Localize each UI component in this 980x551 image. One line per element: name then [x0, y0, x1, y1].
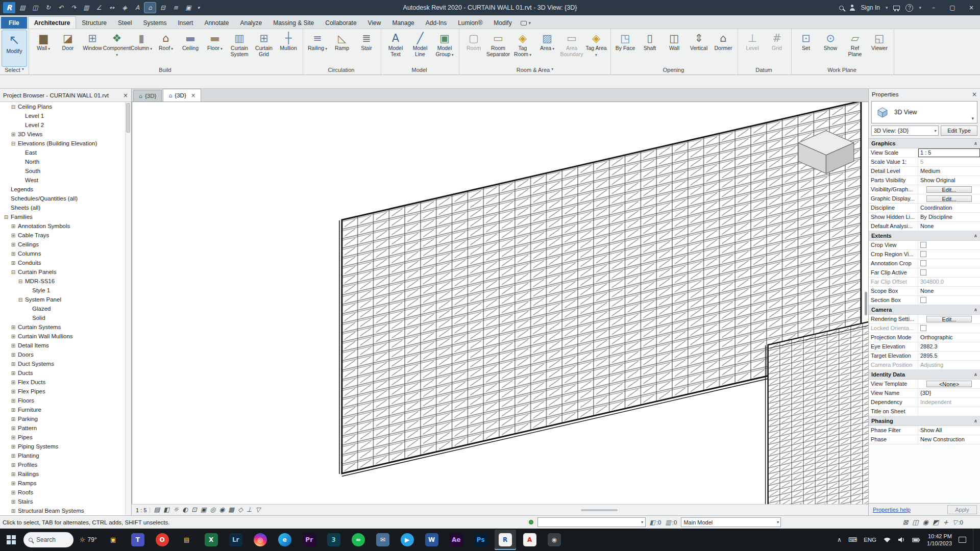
tree-expander-icon[interactable]: ⊟: [17, 297, 23, 303]
property-value[interactable]: 2882.3: [918, 342, 980, 351]
show-work-plane-tool[interactable]: ⊙ Show: [818, 30, 843, 66]
measure-icon[interactable]: ∠: [93, 3, 105, 13]
tree-item[interactable]: ⊟ MDR-SS16: [0, 277, 125, 286]
drag-elements-on-selection-icon[interactable]: +: [943, 518, 948, 526]
wall-tool[interactable]: ▆ Wall: [31, 30, 56, 66]
spotify-icon[interactable]: ≈: [348, 530, 369, 550]
tab-analyze[interactable]: Analyze: [234, 17, 267, 29]
word-icon[interactable]: W: [421, 530, 443, 550]
tab-systems[interactable]: Systems: [137, 17, 172, 29]
property-value[interactable]: 2895.5: [918, 352, 980, 360]
tab-addins[interactable]: Add-Ins: [420, 17, 452, 29]
tag-room-tool[interactable]: ◈ Tag Room: [510, 30, 535, 66]
tree-item[interactable]: ⊞ Parking: [0, 414, 125, 423]
tree-item[interactable]: ⊟ Families: [0, 212, 125, 221]
property-value[interactable]: Edit...: [926, 195, 972, 202]
tree-item[interactable]: ⊟ System Panel: [0, 295, 125, 304]
tab-lumion[interactable]: Lumion®: [452, 17, 488, 29]
tree-expander-icon[interactable]: ⊞: [10, 242, 16, 247]
selection-visibility-icon[interactable]: ▽: [256, 507, 261, 513]
tab-modify[interactable]: Modify: [488, 17, 517, 29]
select-pinned-elements-icon[interactable]: ◉: [923, 518, 928, 526]
property-value[interactable]: [918, 268, 980, 277]
property-value[interactable]: 304800.0: [918, 278, 980, 286]
weather-widget[interactable]: ☼ 79°: [77, 536, 100, 544]
tree-item[interactable]: ⊟ Ceiling Plans: [0, 102, 125, 111]
tree-expander-icon[interactable]: ⊟: [17, 279, 23, 284]
tree-expander-icon[interactable]: ⊟: [10, 141, 16, 146]
property-value[interactable]: By Discipline: [918, 213, 980, 221]
reveal-constraints-icon[interactable]: ⊥: [247, 507, 252, 513]
detail-level-icon[interactable]: ▤: [154, 507, 160, 513]
clock[interactable]: 10:42 PM 1/10/2023: [927, 533, 952, 547]
teams-icon[interactable]: T: [127, 530, 149, 550]
tree-item[interactable]: ⊞ Annotation Symbols: [0, 221, 125, 231]
tree-item[interactable]: ⊞ Curtain Wall Mullions: [0, 332, 125, 341]
drawing-area[interactable]: [132, 102, 868, 504]
door-tool[interactable]: ◪ Door: [56, 30, 80, 66]
design-options-select[interactable]: Main Model ▾: [681, 517, 781, 527]
curtain-grid-tool[interactable]: ⊞ Curtain Grid: [252, 30, 276, 66]
railing-tool[interactable]: ≡ Railing: [305, 30, 330, 66]
tree-item[interactable]: ⊞ Roofs: [0, 488, 125, 497]
tree-expander-icon[interactable]: ⊞: [10, 343, 16, 348]
section-icon[interactable]: ⊟: [157, 3, 168, 13]
view-scale-control[interactable]: 1 : 5: [136, 507, 150, 513]
view-tab-close-icon[interactable]: ×: [191, 92, 196, 99]
mullion-tool[interactable]: ┼ Mullion: [276, 30, 301, 66]
opera-icon[interactable]: O: [152, 530, 173, 550]
opening-by-face-tool[interactable]: ◳ By Face: [613, 30, 638, 66]
collapse-group-icon[interactable]: ∧: [974, 418, 977, 423]
property-value[interactable]: [918, 324, 980, 333]
floor-tool[interactable]: ▬ Floor: [203, 30, 227, 66]
sun-path-icon[interactable]: ☼: [173, 507, 179, 513]
canvas-vertical-scrollbar[interactable]: [864, 102, 868, 504]
project-browser-scrollbar[interactable]: [125, 102, 131, 515]
properties-header[interactable]: Properties ×: [869, 89, 980, 100]
edge-icon[interactable]: e: [274, 530, 296, 550]
lightroom-icon[interactable]: Lr: [225, 530, 247, 550]
tab-manage[interactable]: Manage: [386, 17, 420, 29]
tree-item[interactable]: South: [0, 166, 125, 176]
tree-expander-icon[interactable]: ⊞: [10, 324, 16, 330]
area-boundary-tool[interactable]: ▭ Area Boundary: [559, 30, 584, 66]
battery-icon[interactable]: [912, 537, 920, 543]
tag-by-category-icon[interactable]: ◈: [119, 3, 130, 13]
properties-close-icon[interactable]: ×: [969, 91, 977, 98]
tree-item[interactable]: ⊞ Furniture: [0, 405, 125, 414]
tree-expander-icon[interactable]: ⊞: [10, 223, 16, 229]
tree-item[interactable]: ⊞ Ramps: [0, 479, 125, 488]
property-value[interactable]: <None>: [926, 381, 972, 387]
tree-expander-icon[interactable]: ⊞: [10, 453, 16, 459]
property-value[interactable]: Show Original: [918, 176, 980, 185]
modify-tool[interactable]: ↖ Modify: [2, 30, 27, 66]
tree-expander-icon[interactable]: ⊞: [10, 499, 16, 505]
tree-expander-icon[interactable]: ⊞: [10, 260, 16, 266]
sign-in-button[interactable]: Sign In: [861, 4, 880, 11]
folder-icon[interactable]: ▤: [176, 530, 198, 550]
revit-icon[interactable]: R: [495, 530, 516, 550]
tree-expander-icon[interactable]: ⊞: [10, 508, 16, 514]
area-tool[interactable]: ▨ Area: [535, 30, 559, 66]
property-group-header[interactable]: Identity Data ∧: [869, 370, 980, 380]
roof-tool[interactable]: ⌂ Roof: [154, 30, 178, 66]
tree-expander-icon[interactable]: ⊞: [10, 471, 16, 477]
active-workset-select[interactable]: ▾: [537, 517, 646, 527]
tree-expander-icon[interactable]: ⊞: [10, 490, 16, 495]
select-links-icon[interactable]: ⊠: [902, 518, 908, 526]
ribbon-panel-label[interactable]: Opening: [612, 66, 737, 74]
tag-area-tool[interactable]: ◈ Tag Area: [584, 30, 608, 66]
tree-item[interactable]: ⊞ Railings: [0, 469, 125, 479]
text-icon[interactable]: A: [132, 3, 143, 13]
volume-icon[interactable]: [898, 537, 905, 543]
excel-icon[interactable]: X: [201, 530, 222, 550]
tab-steel[interactable]: Steel: [112, 17, 137, 29]
premiere-icon[interactable]: Pr: [299, 530, 320, 550]
property-value[interactable]: {3D}: [918, 389, 980, 397]
tree-item[interactable]: ⊟ Elevations (Building Elevation): [0, 139, 125, 148]
property-value[interactable]: New Construction: [918, 435, 980, 444]
ribbon-display-toggle[interactable]: ▾: [521, 20, 531, 29]
tree-item[interactable]: ⊞ Duct Systems: [0, 359, 125, 368]
tree-item[interactable]: ⊞ Cable Trays: [0, 231, 125, 240]
tab-structure[interactable]: Structure: [76, 17, 112, 29]
